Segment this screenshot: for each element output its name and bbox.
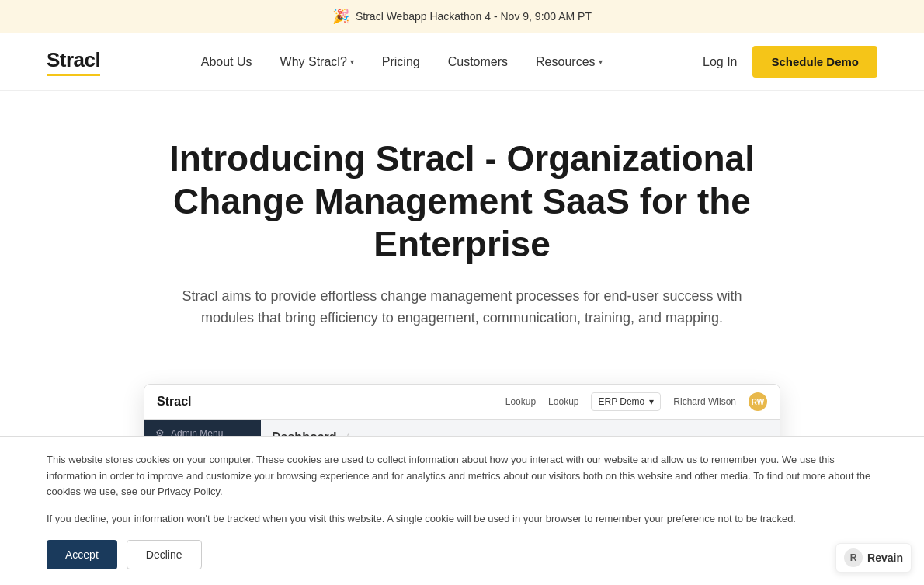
decline-button[interactable]: Decline: [127, 540, 202, 556]
login-button[interactable]: Log In: [703, 55, 737, 69]
cookie-main-text: This website stores cookies on your comp…: [47, 452, 877, 500]
revain-badge[interactable]: R Revain: [835, 543, 912, 556]
nav-logo[interactable]: Stracl: [47, 48, 100, 76]
project-label: ERP Demo: [598, 396, 644, 407]
chevron-down-icon: ▾: [350, 57, 354, 66]
nav-links: About Us Why Stracl? ▾ Pricing Customers…: [201, 55, 603, 69]
chevron-down-icon-project: ▾: [649, 396, 654, 407]
nav-item-why[interactable]: Why Stracl? ▾: [280, 55, 354, 69]
mockup-topbar: Stracl Lookup Lookup ERP Demo ▾ Richard …: [144, 385, 780, 420]
cookie-banner: This website stores cookies on your comp…: [0, 436, 924, 556]
cookie-buttons: Accept Decline: [47, 540, 877, 556]
accept-button[interactable]: Accept: [47, 540, 117, 556]
hero-section: Introducing Stracl - Organizational Chan…: [113, 91, 811, 353]
party-icon: 🎉: [332, 8, 349, 25]
revain-label: Revain: [867, 552, 903, 556]
chevron-down-icon-resources: ▾: [599, 57, 603, 66]
announcement-text: Stracl Webapp Hackathon 4 - Nov 9, 9:00 …: [356, 10, 592, 23]
announcement-bar: 🎉 Stracl Webapp Hackathon 4 - Nov 9, 9:0…: [0, 0, 924, 33]
hero-subheading: Stracl aims to provide effortless change…: [167, 285, 757, 330]
nav-item-about[interactable]: About Us: [201, 55, 252, 69]
hero-heading: Introducing Stracl - Organizational Chan…: [128, 138, 796, 266]
cookie-decline-text: If you decline, your information won't b…: [47, 511, 877, 528]
mockup-logo: Stracl: [157, 395, 191, 409]
nav-right: Log In Schedule Demo: [703, 46, 877, 78]
nav-link-customers[interactable]: Customers: [448, 55, 508, 68]
project-select[interactable]: ERP Demo ▾: [591, 392, 661, 411]
nav-item-resources[interactable]: Resources ▾: [536, 55, 602, 69]
nav-link-about[interactable]: About Us: [201, 55, 252, 68]
lookup-text: Lookup: [548, 396, 578, 407]
nav-link-resources[interactable]: Resources ▾: [536, 55, 602, 69]
nav-item-customers[interactable]: Customers: [448, 55, 508, 69]
lookup-label: Lookup: [505, 396, 536, 407]
mockup-topbar-right: Lookup Lookup ERP Demo ▾ Richard Wilson …: [505, 392, 767, 411]
schedule-demo-button[interactable]: Schedule Demo: [752, 46, 877, 78]
nav-item-pricing[interactable]: Pricing: [382, 55, 420, 69]
user-name: Richard Wilson: [673, 396, 736, 407]
main-nav: Stracl About Us Why Stracl? ▾ Pricing Cu…: [0, 33, 924, 91]
revain-logo-icon: R: [844, 548, 863, 556]
nav-link-pricing[interactable]: Pricing: [382, 55, 420, 68]
user-avatar: RW: [749, 392, 767, 411]
nav-link-why[interactable]: Why Stracl? ▾: [280, 55, 354, 69]
